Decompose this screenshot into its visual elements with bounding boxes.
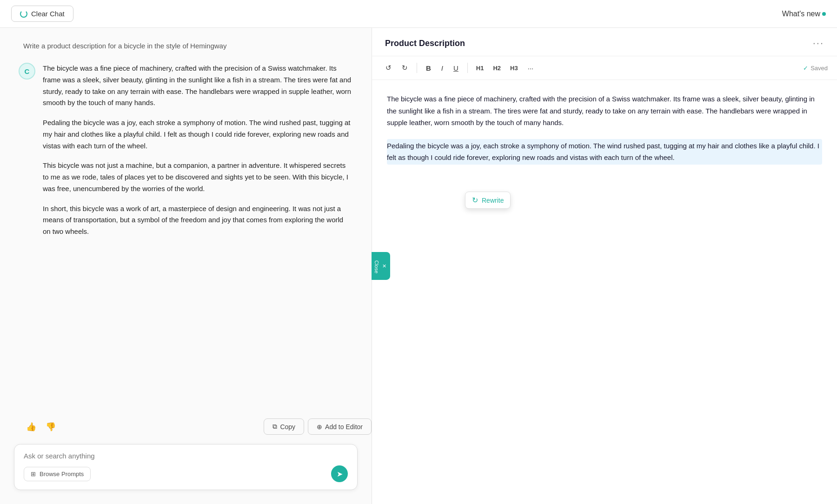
close-tab[interactable]: ✕ Close [372, 252, 390, 280]
add-icon: ⊕ [317, 423, 322, 431]
ai-paragraph-2: Pedaling the bicycle was a joy, each str… [43, 117, 353, 152]
ai-paragraph-3: This bicycle was not just a machine, but… [43, 160, 353, 194]
undo-icon: ↺ [385, 64, 392, 72]
editor-content[interactable]: The bicycle was a fine piece of machiner… [372, 80, 837, 504]
whats-new-button[interactable]: What's new [782, 10, 826, 18]
toolbar-divider-1 [417, 63, 417, 73]
send-button[interactable]: ➤ [331, 465, 348, 482]
rewrite-label: Rewrite [482, 197, 504, 204]
undo-button[interactable]: ↺ [381, 61, 396, 75]
whats-new-dot [822, 12, 826, 16]
h2-button[interactable]: H2 [489, 62, 505, 74]
rewrite-icon: ↻ [472, 196, 478, 205]
clear-chat-label: Clear Chat [31, 10, 65, 18]
chat-input-bottom: ⊞ Browse Prompts ➤ [24, 465, 348, 482]
chat-input[interactable] [24, 452, 348, 460]
toolbar-more-button[interactable]: ··· [524, 61, 538, 75]
ai-message: C The bicycle was a fine piece of machin… [19, 63, 353, 238]
whats-new-label: What's new [782, 10, 820, 18]
add-to-editor-label: Add to Editor [325, 423, 363, 431]
saved-label: Saved [810, 65, 828, 72]
copy-icon: ⧉ [272, 423, 277, 431]
h3-label: H3 [510, 65, 518, 72]
editor-title: Product Description [385, 39, 465, 48]
thumbs-up-button[interactable]: 👍 [24, 420, 38, 434]
refresh-icon [20, 10, 27, 18]
h1-label: H1 [476, 65, 484, 72]
h1-button[interactable]: H1 [472, 62, 488, 74]
bold-icon: B [426, 64, 431, 72]
ai-paragraph-4: In short, this bicycle was a work of art… [43, 203, 353, 238]
chat-panel: Write a product description for a bicycl… [0, 28, 372, 504]
h2-label: H2 [493, 65, 501, 72]
avatar: C [19, 63, 35, 80]
vote-actions: 👍 👎 [24, 420, 58, 434]
h3-button[interactable]: H3 [506, 62, 522, 74]
editor-paragraph-1: The bicycle was a fine piece of machiner… [387, 93, 822, 129]
editor-panel: Product Description ··· ↺ ↻ B I U H1 [372, 28, 837, 504]
underline-button[interactable]: U [449, 61, 463, 75]
editor-header: Product Description ··· [372, 28, 837, 56]
send-icon: ➤ [337, 470, 343, 478]
add-to-editor-button[interactable]: ⊕ Add to Editor [308, 418, 372, 435]
chat-input-box: ⊞ Browse Prompts ➤ [14, 444, 358, 490]
browse-prompts-label: Browse Prompts [40, 471, 84, 477]
editor-more-button[interactable]: ··· [813, 37, 824, 49]
copy-label: Copy [280, 423, 295, 431]
browse-prompts-button[interactable]: ⊞ Browse Prompts [24, 467, 91, 481]
topbar: Clear Chat What's new [0, 0, 837, 28]
ai-paragraph-1: The bicycle was a fine piece of machiner… [43, 63, 353, 109]
italic-button[interactable]: I [437, 61, 447, 75]
browse-prompts-icon: ⊞ [31, 471, 36, 477]
close-icon: ✕ [382, 263, 388, 269]
saved-status: ✓ Saved [803, 65, 828, 72]
copy-button[interactable]: ⧉ Copy [264, 418, 304, 435]
message-actions: 👍 👎 ⧉ Copy ⊕ Add to Editor [0, 418, 372, 435]
italic-icon: I [441, 64, 443, 72]
close-tab-label: Close [374, 260, 379, 273]
clear-chat-button[interactable]: Clear Chat [11, 6, 73, 22]
redo-button[interactable]: ↻ [398, 61, 412, 75]
underline-icon: U [453, 64, 458, 72]
main-layout: Write a product description for a bicycl… [0, 28, 837, 504]
ai-content: The bicycle was a fine piece of machiner… [43, 63, 353, 238]
copy-add-actions: ⧉ Copy ⊕ Add to Editor [264, 418, 372, 435]
chat-input-area: ⊞ Browse Prompts ➤ [0, 435, 372, 504]
saved-checkmark: ✓ [803, 65, 808, 72]
editor-paragraph-2: Pedaling the bicycle was a joy, each str… [387, 139, 822, 165]
editor-toolbar: ↺ ↻ B I U H1 H2 H3 [372, 56, 837, 80]
rewrite-tooltip[interactable]: ↻ Rewrite [465, 192, 511, 209]
thumbs-down-button[interactable]: 👎 [44, 420, 58, 434]
redo-icon: ↻ [402, 64, 408, 72]
bold-button[interactable]: B [422, 61, 435, 75]
user-prompt: Write a product description for a bicycl… [19, 42, 353, 50]
chat-messages: Write a product description for a bicycl… [0, 28, 372, 409]
toolbar-divider-2 [467, 63, 468, 73]
